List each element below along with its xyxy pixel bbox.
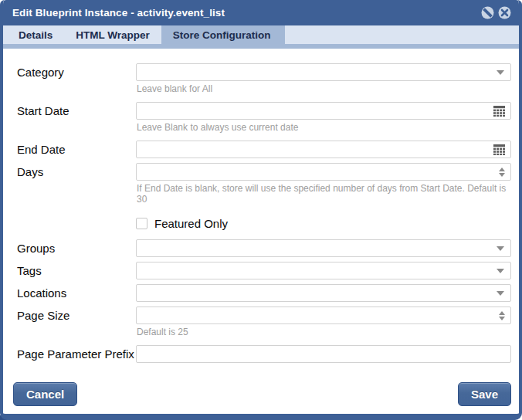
tab-bar: Details HTML Wrapper Store Configuration — [3, 25, 519, 49]
tab-store-configuration[interactable]: Store Configuration — [161, 25, 285, 49]
block-icon[interactable] — [481, 6, 494, 19]
form-row-tags: Tags — [17, 262, 511, 279]
save-button[interactable]: Save — [458, 382, 511, 406]
form-row-page-size: Page Size Default is 25 — [17, 307, 511, 340]
start-date-helper-text: Leave Blank to always use current date — [137, 122, 511, 133]
form-row-groups: Groups — [17, 239, 511, 257]
cancel-button[interactable]: Cancel — [13, 382, 77, 406]
page-size-input[interactable] — [137, 308, 499, 323]
locations-input[interactable] — [137, 286, 497, 300]
calendar-icon[interactable] — [493, 106, 506, 117]
spinner-up-icon[interactable] — [499, 168, 505, 171]
page-size-stepper[interactable] — [136, 307, 511, 324]
edit-blueprint-dialog: Edit Blueprint Instance - activity.event… — [0, 0, 522, 420]
days-helper-text: If End Date is blank, store will use the… — [137, 183, 511, 205]
end-date-field[interactable] — [136, 141, 511, 158]
spinner-down-icon[interactable] — [499, 317, 505, 320]
tags-label: Tags — [17, 262, 136, 279]
chevron-down-icon[interactable] — [497, 269, 510, 273]
form-row-page-parameter-prefix: Page Parameter Prefix — [17, 345, 511, 363]
category-combobox[interactable] — [136, 63, 511, 81]
locations-label: Locations — [17, 284, 136, 302]
page-parameter-prefix-input[interactable] — [137, 347, 510, 361]
groups-label: Groups — [17, 239, 136, 257]
spinner-down-icon[interactable] — [499, 173, 505, 177]
tags-combobox[interactable] — [136, 262, 511, 279]
spinner-up-icon[interactable] — [499, 311, 505, 315]
calendar-icon[interactable] — [493, 144, 506, 155]
form-row-locations: Locations — [17, 284, 511, 302]
tab-html-wrapper[interactable]: HTML Wrapper — [64, 25, 161, 49]
featured-only-checkbox[interactable] — [136, 218, 147, 229]
chevron-down-icon[interactable] — [497, 291, 510, 296]
start-date-field[interactable] — [136, 102, 511, 120]
stepper-icons[interactable] — [499, 168, 505, 177]
spacer-label — [17, 212, 136, 235]
category-helper-text: Leave blank for All — [137, 83, 511, 94]
category-input[interactable] — [137, 65, 497, 80]
page-size-helper-text: Default is 25 — [137, 327, 511, 337]
featured-only-label: Featured Only — [154, 217, 228, 230]
category-label: Category — [17, 63, 136, 97]
end-date-label: End Date — [17, 141, 136, 158]
page-parameter-prefix-label: Page Parameter Prefix — [17, 345, 136, 363]
page-size-label: Page Size — [17, 307, 136, 340]
stepper-icons[interactable] — [499, 311, 505, 320]
form-row-end-date: End Date — [17, 141, 511, 158]
titlebar-icons — [481, 6, 511, 19]
start-date-label: Start Date — [17, 102, 136, 136]
days-label: Days — [17, 163, 136, 208]
start-date-input[interactable] — [137, 103, 493, 118]
dialog-title: Edit Blueprint Instance - activity.event… — [12, 7, 481, 19]
days-input[interactable] — [137, 164, 499, 179]
form-row-start-date: Start Date — [17, 102, 511, 136]
store-configuration-form: Category Leave blank for All Start Date — [3, 49, 519, 363]
close-icon[interactable] — [498, 6, 511, 19]
page-parameter-prefix-field[interactable] — [136, 345, 511, 363]
form-row-category: Category Leave blank for All — [17, 63, 511, 97]
form-row-featured-only: Featured Only — [17, 212, 511, 235]
dialog-titlebar: Edit Blueprint Instance - activity.event… — [3, 0, 519, 25]
end-date-input[interactable] — [137, 142, 493, 157]
tags-input[interactable] — [137, 263, 497, 278]
locations-combobox[interactable] — [136, 284, 511, 302]
chevron-down-icon[interactable] — [497, 70, 510, 75]
tab-details[interactable]: Details — [7, 25, 64, 49]
dialog-body: Category Leave blank for All Start Date — [3, 49, 519, 414]
days-stepper[interactable] — [136, 163, 511, 181]
form-row-days: Days If End Date is blank, store will us… — [17, 163, 511, 208]
chevron-down-icon[interactable] — [497, 246, 510, 251]
groups-input[interactable] — [137, 241, 497, 256]
groups-combobox[interactable] — [136, 239, 511, 257]
